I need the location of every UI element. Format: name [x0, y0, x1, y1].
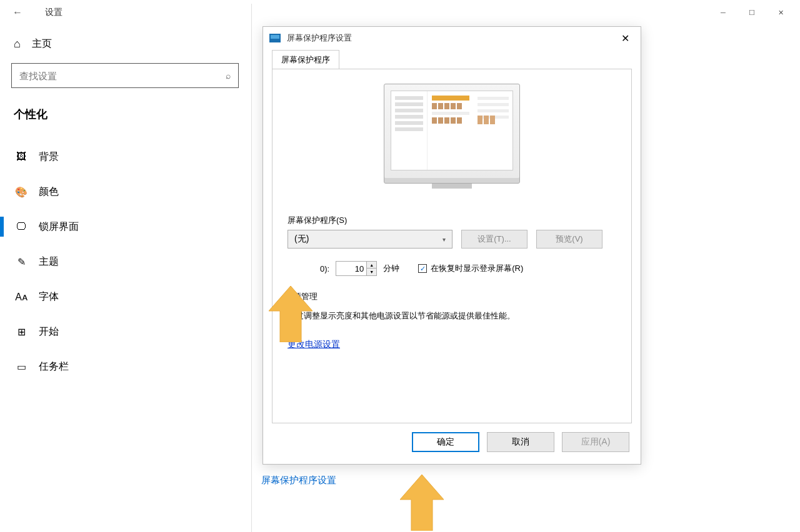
tab-header: 屏幕保护程序: [272, 49, 632, 69]
nav-start[interactable]: ⊞ 开始: [11, 314, 239, 349]
nav-label: 任务栏: [39, 360, 69, 373]
nav-taskbar[interactable]: ▭ 任务栏: [11, 349, 239, 384]
window-controls: ─ ☐ ✕: [709, 2, 795, 22]
nav-label: 颜色: [39, 185, 59, 199]
home-label: 主页: [32, 37, 52, 51]
nav-lockscreen[interactable]: 🖵 锁屏界面: [11, 209, 239, 244]
tab-screensaver[interactable]: 屏幕保护程序: [272, 50, 339, 69]
search-input[interactable]: [19, 71, 226, 81]
wait-suffix-label: 0):: [320, 264, 329, 273]
ok-button[interactable]: 确定: [412, 432, 479, 452]
power-settings-link[interactable]: 更改电源设置: [288, 339, 340, 349]
nav-label: 主题: [39, 255, 59, 268]
nav-label: 背景: [39, 150, 59, 164]
resume-label: 在恢复时显示登录屏幕(R): [431, 263, 523, 274]
nav-label: 锁屏界面: [39, 220, 79, 234]
font-icon: Aᴀ: [15, 291, 28, 303]
settings-button[interactable]: 设置(T)...: [461, 230, 528, 249]
dropdown-value: (无): [294, 234, 309, 245]
back-button[interactable]: ←: [5, 2, 30, 23]
theme-icon: ✎: [15, 256, 28, 268]
section-title: 个性化: [11, 107, 239, 122]
spinner-down-icon[interactable]: ▼: [367, 268, 376, 275]
nav-label: 字体: [39, 290, 59, 303]
chevron-down-icon: ▾: [442, 236, 446, 243]
nav-label: 开始: [39, 325, 59, 338]
dialog-title: 屏幕保护程序设置: [287, 32, 352, 44]
app-title: 设置: [45, 7, 62, 18]
minimize-button[interactable]: ─: [709, 2, 738, 22]
nav-background[interactable]: 🖼 背景: [11, 139, 239, 174]
nav-fonts[interactable]: Aᴀ 字体: [11, 279, 239, 314]
spinner-up-icon[interactable]: ▲: [367, 262, 376, 268]
dialog-titlebar: 屏幕保护程序设置 ✕: [263, 27, 641, 49]
maximize-button[interactable]: ☐: [738, 2, 766, 22]
home-icon: ⌂: [14, 37, 21, 51]
search-icon: ⌕: [226, 71, 231, 81]
lockscreen-icon: 🖵: [15, 221, 28, 232]
dialog-footer: 确定 取消 应用(A): [263, 423, 641, 461]
dialog-close-button[interactable]: ✕: [616, 30, 634, 47]
window-titlebar: ← 设置 ─ ☐ ✕: [0, 0, 800, 25]
dialog-icon: [269, 34, 281, 42]
screensaver-settings-link[interactable]: 屏幕保护程序设置: [261, 475, 336, 486]
picture-icon: 🖼: [15, 151, 28, 162]
screensaver-dropdown[interactable]: (无) ▾: [288, 230, 452, 249]
palette-icon: 🎨: [15, 186, 28, 198]
apply-button[interactable]: 应用(A): [562, 432, 629, 452]
search-box[interactable]: ⌕: [11, 63, 239, 88]
resume-checkbox[interactable]: ✓ 在恢复时显示登录屏幕(R): [418, 263, 523, 274]
screensaver-dialog: 屏幕保护程序设置 ✕ 屏幕保护程序 屏幕保护程序(S) (无): [262, 26, 641, 465]
power-description: 通过调整显示亮度和其他电源设置以节省能源或提供最佳性能。: [288, 310, 616, 322]
nav-themes[interactable]: ✎ 主题: [11, 244, 239, 279]
cancel-button[interactable]: 取消: [487, 432, 554, 452]
settings-sidebar: ⌂ 主页 ⌕ 个性化 🖼 背景 🎨 颜色 🖵 锁屏界面 ✎ 主题 Aᴀ 字体: [0, 25, 250, 532]
preview-button[interactable]: 预览(V): [536, 230, 602, 249]
power-section-title: 电源管理: [285, 291, 616, 302]
close-window-button[interactable]: ✕: [766, 2, 795, 22]
screensaver-label: 屏幕保护程序(S): [288, 215, 616, 226]
checkbox-icon: ✓: [418, 264, 427, 273]
monitor-preview: [384, 84, 520, 196]
start-icon: ⊞: [15, 326, 28, 338]
wait-spinner[interactable]: ▲ ▼: [336, 261, 377, 276]
tab-panel: 屏幕保护程序(S) (无) ▾ 设置(T)... 预览(V) 0): ▲ ▼: [272, 69, 632, 423]
wait-input[interactable]: [336, 264, 366, 273]
minutes-label: 分钟: [383, 263, 399, 274]
nav-colors[interactable]: 🎨 颜色: [11, 174, 239, 209]
home-nav[interactable]: ⌂ 主页: [11, 37, 239, 51]
taskbar-icon: ▭: [15, 361, 28, 373]
